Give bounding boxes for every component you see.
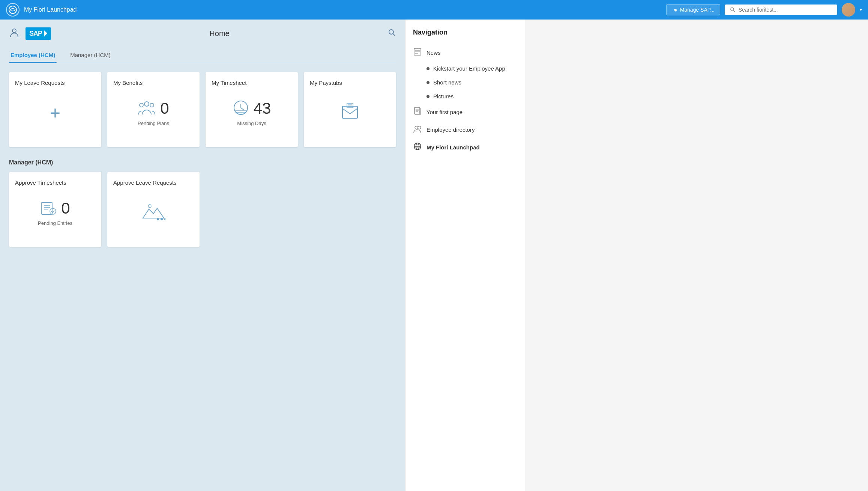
clock-icon bbox=[233, 99, 249, 117]
card-timesheet-title: My Timesheet bbox=[212, 80, 292, 86]
tabs: Employee (HCM) Manager (HCM) bbox=[9, 49, 396, 63]
card-paystubs[interactable]: My Paystubs bbox=[304, 72, 396, 147]
manage-sap-label: Manage SAP... bbox=[680, 7, 715, 13]
nav-sub-item-pictures[interactable]: Pictures bbox=[426, 89, 518, 103]
content-panel: SAP Home Employee (HCM) Manager (HCM) bbox=[0, 20, 405, 491]
svg-line-5 bbox=[393, 33, 395, 36]
envelope-icon bbox=[340, 103, 360, 123]
nav-item-first-page[interactable]: Your first page bbox=[413, 103, 518, 121]
svg-point-3 bbox=[12, 29, 16, 33]
svg-point-22 bbox=[50, 208, 56, 214]
nav-sub-item-short-news[interactable]: Short news bbox=[426, 75, 518, 89]
nav-sub-item-kickstart[interactable]: Kickstart your Employee App bbox=[426, 62, 518, 75]
tab-manager-hcm[interactable]: Manager (HCM) bbox=[69, 49, 112, 63]
svg-point-35 bbox=[415, 126, 418, 129]
svg-rect-15 bbox=[347, 103, 353, 108]
approve-timesheets-count: 0 bbox=[61, 199, 70, 217]
nav-item-news[interactable]: News bbox=[413, 44, 518, 62]
nav-item-first-page-label: Your first page bbox=[426, 109, 463, 115]
timesheet-count: 43 bbox=[254, 99, 271, 117]
nav-title: Navigation bbox=[413, 29, 518, 36]
svg-point-24 bbox=[157, 218, 159, 220]
card-approve-leave-content bbox=[113, 186, 194, 239]
svg-point-7 bbox=[140, 103, 143, 107]
main-layout: SAP Home Employee (HCM) Manager (HCM) bbox=[0, 20, 868, 491]
svg-point-8 bbox=[150, 103, 154, 107]
bullet-kickstart bbox=[426, 67, 429, 70]
people-icon bbox=[138, 100, 156, 117]
card-leave-requests-content: + bbox=[15, 86, 95, 140]
card-paystubs-content bbox=[310, 86, 390, 140]
nav-item-fiori-label: My Fiori Launchpad bbox=[426, 144, 480, 151]
mountain-ellipsis-icon bbox=[141, 203, 165, 223]
nav-item-fiori-launchpad[interactable]: My Fiori Launchpad bbox=[413, 139, 518, 156]
search-icon bbox=[730, 7, 736, 13]
svg-point-25 bbox=[161, 218, 163, 220]
panel-header: SAP Home bbox=[9, 27, 396, 40]
gear-icon bbox=[672, 7, 678, 13]
app-logo bbox=[6, 3, 20, 17]
svg-point-23 bbox=[148, 205, 151, 208]
svg-rect-18 bbox=[42, 202, 52, 214]
svg-line-11 bbox=[241, 108, 244, 110]
card-leave-requests-title: My Leave Requests bbox=[15, 80, 95, 86]
nav-sub-kickstart-label: Kickstart your Employee App bbox=[433, 65, 505, 72]
news-icon bbox=[413, 48, 422, 58]
sap-flag bbox=[44, 30, 47, 36]
benefits-subtitle: Pending Plans bbox=[138, 120, 169, 126]
directory-icon bbox=[413, 125, 422, 135]
card-benefits-content: 0 Pending Plans bbox=[113, 86, 194, 140]
card-approve-timesheets-title: Approve Timesheets bbox=[15, 179, 95, 186]
card-timesheet-content: 43 Missing Days bbox=[212, 86, 292, 140]
card-approve-leave-title: Approve Leave Requests bbox=[113, 179, 194, 186]
card-approve-timesheets[interactable]: Approve Timesheets bbox=[9, 172, 101, 247]
nav-item-news-label: News bbox=[426, 50, 441, 56]
card-leave-requests[interactable]: My Leave Requests + bbox=[9, 72, 101, 147]
employee-cards-grid: My Leave Requests + My Benefits bbox=[9, 72, 396, 147]
card-approve-timesheets-content: 0 Pending Entries bbox=[15, 186, 95, 239]
nav-sub-items-news: Kickstart your Employee App Short news P… bbox=[413, 62, 518, 103]
nav-sub-short-news-label: Short news bbox=[433, 79, 461, 86]
nav-panel: Navigation News Kickstart your Employee … bbox=[405, 20, 525, 491]
header-title: My Fiori Launchpad bbox=[24, 6, 662, 13]
top-header: My Fiori Launchpad Manage SAP... ▾ bbox=[0, 0, 868, 20]
card-timesheet[interactable]: My Timesheet 43 bbox=[206, 72, 298, 147]
nav-item-employee-directory[interactable]: Employee directory bbox=[413, 121, 518, 139]
bullet-pictures bbox=[426, 95, 429, 98]
timesheet-mgr-icon bbox=[40, 200, 57, 217]
avatar[interactable] bbox=[842, 3, 855, 17]
card-paystubs-title: My Paystubs bbox=[310, 80, 390, 86]
manager-cards-grid: Approve Timesheets bbox=[9, 172, 396, 247]
svg-rect-14 bbox=[342, 106, 357, 118]
approve-timesheets-subtitle: Pending Entries bbox=[38, 220, 72, 226]
manager-section-label: Manager (HCM) bbox=[9, 159, 396, 166]
bullet-short-news bbox=[426, 81, 429, 84]
svg-point-4 bbox=[389, 30, 393, 34]
search-input[interactable] bbox=[739, 7, 832, 13]
svg-point-36 bbox=[418, 126, 421, 129]
nav-item-employee-directory-label: Employee directory bbox=[426, 127, 475, 133]
panel-search-icon[interactable] bbox=[388, 29, 396, 39]
panel-title: Home bbox=[57, 29, 382, 38]
sap-logo: SAP bbox=[26, 27, 51, 40]
plus-icon: + bbox=[50, 104, 60, 122]
card-benefits[interactable]: My Benefits bbox=[107, 72, 200, 147]
svg-line-2 bbox=[733, 11, 735, 12]
svg-point-1 bbox=[731, 8, 734, 11]
svg-point-6 bbox=[144, 102, 149, 106]
manage-sap-button[interactable]: Manage SAP... bbox=[666, 4, 720, 15]
tab-employee-hcm[interactable]: Employee (HCM) bbox=[9, 49, 57, 63]
globe-icon bbox=[413, 142, 422, 152]
user-icon bbox=[9, 27, 20, 40]
timesheet-subtitle: Missing Days bbox=[237, 120, 266, 126]
svg-rect-31 bbox=[414, 107, 420, 114]
search-bar[interactable] bbox=[725, 5, 837, 15]
avatar-dropdown-arrow[interactable]: ▾ bbox=[860, 7, 862, 12]
card-benefits-title: My Benefits bbox=[113, 80, 194, 86]
card-approve-leave[interactable]: Approve Leave Requests bbox=[107, 172, 200, 247]
benefits-count: 0 bbox=[160, 99, 169, 117]
page-icon bbox=[413, 107, 422, 117]
nav-sub-pictures-label: Pictures bbox=[433, 93, 454, 99]
